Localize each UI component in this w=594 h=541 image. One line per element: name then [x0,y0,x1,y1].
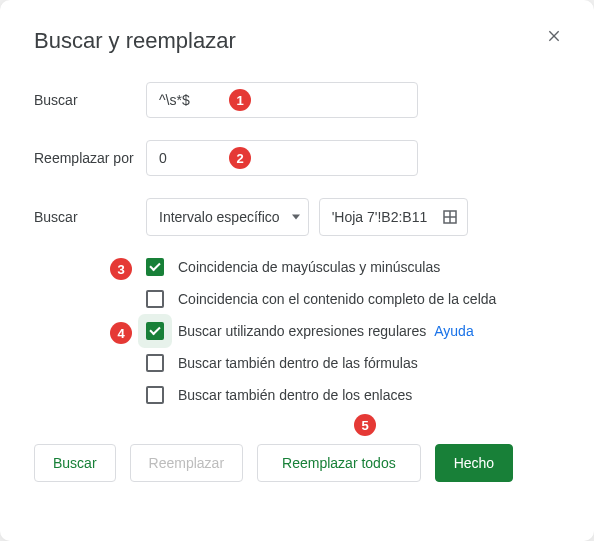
chevron-down-icon [292,215,300,220]
scope-dropdown-text: Intervalo específico [159,209,280,225]
replace-label: Reemplazar por [34,150,146,166]
dialog-footer: Buscar Reemplazar Reemplazar todos 5 Hec… [34,444,560,482]
find-row: Buscar 1 [34,82,560,118]
find-input[interactable] [146,82,418,118]
option-entire-cell: Coincidencia con el contenido completo d… [146,290,560,308]
regex-help-link[interactable]: Ayuda [434,323,473,339]
option-in-formulas: Buscar también dentro de las fórmulas [146,354,560,372]
range-box[interactable]: 'Hoja 7'!B2:B11 [319,198,469,236]
dialog-title: Buscar y reemplazar [34,28,560,54]
scope-row: Buscar Intervalo específico 'Hoja 7'!B2:… [34,198,560,236]
done-button[interactable]: Hecho [435,444,513,482]
checkbox-regex[interactable] [146,322,164,340]
replace-input[interactable] [146,140,418,176]
option-label: Coincidencia con el contenido completo d… [178,291,496,307]
replace-row: Reemplazar por 2 [34,140,560,176]
range-text: 'Hoja 7'!B2:B11 [332,209,428,225]
close-icon [546,28,562,44]
replace-all-button[interactable]: Reemplazar todos [257,444,421,482]
checkbox-entire-cell[interactable] [146,290,164,308]
option-match-case: Coincidencia de mayúsculas y minúsculas … [146,258,560,276]
checkbox-in-formulas[interactable] [146,354,164,372]
option-label: Coincidencia de mayúsculas y minúsculas [178,259,440,275]
close-button[interactable] [540,22,568,50]
options-group: Coincidencia de mayúsculas y minúsculas … [146,258,560,404]
replace-all-button-label: Reemplazar todos [282,455,396,471]
option-label: Buscar utilizando expresiones regulares [178,323,426,339]
find-label: Buscar [34,92,146,108]
checkbox-match-case[interactable] [146,258,164,276]
option-in-links: Buscar también dentro de los enlaces [146,386,560,404]
checkbox-in-links[interactable] [146,386,164,404]
callout-4: 4 [110,322,132,344]
grid-icon[interactable] [441,208,459,226]
option-label: Buscar también dentro de los enlaces [178,387,412,403]
scope-dropdown[interactable]: Intervalo específico [146,198,309,236]
replace-button: Reemplazar [130,444,243,482]
callout-3: 3 [110,258,132,280]
scope-label: Buscar [34,209,146,225]
callout-5: 5 [354,414,376,436]
find-button[interactable]: Buscar [34,444,116,482]
option-regex: Buscar utilizando expresiones regulares … [146,322,560,340]
find-replace-dialog: Buscar y reemplazar Buscar 1 Reemplazar … [0,0,594,541]
option-label: Buscar también dentro de las fórmulas [178,355,418,371]
